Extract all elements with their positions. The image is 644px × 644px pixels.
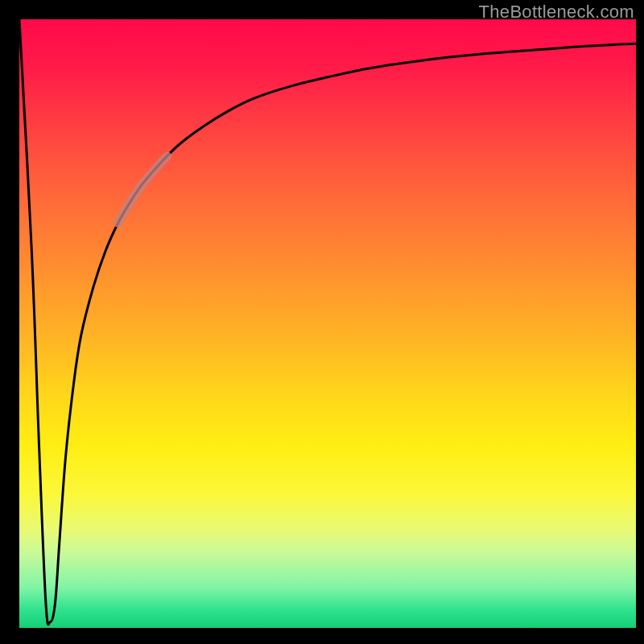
plot-gradient-area bbox=[19, 19, 636, 628]
chart-stage: TheBottleneck.com bbox=[0, 0, 644, 644]
